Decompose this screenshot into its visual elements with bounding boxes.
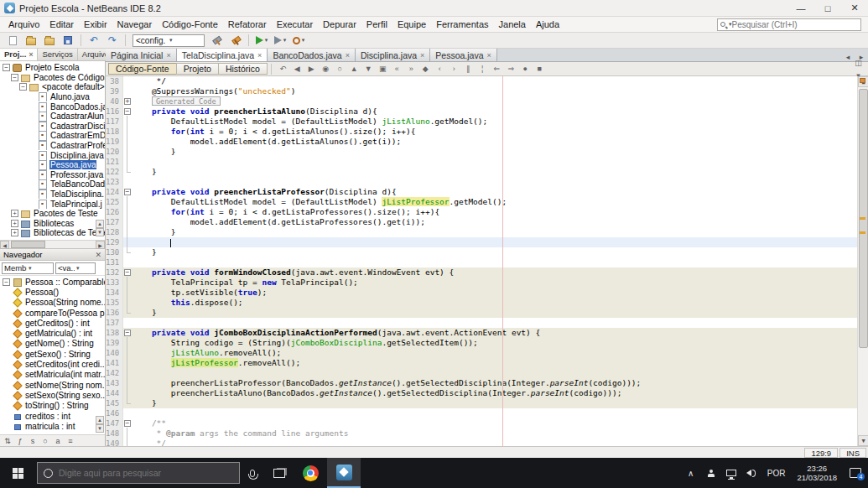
fold-expand-icon[interactable]: + <box>124 98 131 105</box>
scroll-left-icon[interactable]: ◀ <box>0 241 9 249</box>
next-error-icon[interactable]: › <box>447 63 461 75</box>
line-number[interactable]: 136 <box>106 308 123 318</box>
hscroll-thumb[interactable] <box>11 241 45 248</box>
next-bookmark-icon[interactable]: » <box>404 63 418 75</box>
code-text[interactable]: tp.setVisible(true); <box>133 288 868 298</box>
last-edit-icon[interactable]: ↶ <box>276 63 290 75</box>
menu-item-equipe[interactable]: Equipe <box>392 18 431 32</box>
tree-item-pessoa-java[interactable]: Pessoa.java <box>0 160 105 170</box>
toggle-bookmark-icon[interactable]: ◆ <box>418 63 433 75</box>
navigator-item-getcreditos-int[interactable]: getCreditos() : int <box>0 318 105 328</box>
code-text[interactable]: @SuppressWarnings("unchecked") <box>133 86 868 96</box>
navigator-item-pessoa-comparable[interactable]: −Pessoa :: Comparable... <box>0 277 105 287</box>
tab-close-icon[interactable]: × <box>29 50 33 59</box>
fold-collapse-icon[interactable]: − <box>124 420 131 427</box>
build-project-button[interactable] <box>208 34 226 48</box>
line-number[interactable]: 117 <box>106 117 123 127</box>
tree-item-aluno-java[interactable]: Aluno.java <box>0 92 105 102</box>
code-text[interactable] <box>133 157 868 167</box>
tab-close-icon[interactable]: × <box>166 51 170 60</box>
line-number[interactable]: 128 <box>106 227 123 237</box>
tree-item-telabancodad[interactable]: TelaBancoDad <box>0 179 105 189</box>
start-button[interactable] <box>0 458 35 488</box>
tree-toggle-icon[interactable]: − <box>3 64 10 71</box>
close-button[interactable]: ✕ <box>841 0 868 16</box>
tab-close-icon[interactable]: × <box>420 51 424 60</box>
code-text[interactable]: * @param args the command line arguments <box>133 428 868 439</box>
shift-left-icon[interactable]: ⇐ <box>490 63 504 75</box>
code-text[interactable]: */ <box>133 439 868 446</box>
navigator-item-creditos-int[interactable]: creditos : int <box>0 411 105 421</box>
code-text[interactable]: preencherListaProfessor(BancoDados.getIn… <box>133 378 868 388</box>
code-text[interactable]: DefaultListModel model = (DefaultListMod… <box>133 197 868 207</box>
scroll-up-icon[interactable]: ▲ <box>96 220 104 228</box>
code-text[interactable]: for(int i = 0; i < d.getListaAlunos().si… <box>133 127 868 137</box>
tree-item-cadastraremdi[interactable]: CadastrarEmDi <box>0 131 105 141</box>
fold-collapse-icon[interactable]: − <box>124 189 131 195</box>
navigator-item-tostring-string[interactable]: toString() : String <box>0 401 105 411</box>
sort-alpha-icon[interactable]: a <box>52 436 64 446</box>
tree-toggle-icon[interactable]: + <box>11 220 18 227</box>
line-number[interactable]: 121 <box>106 157 123 167</box>
scroll-up-icon[interactable]: ▲ <box>96 416 104 424</box>
navigator-item-setnome-string-nom[interactable]: setNome(String nom... <box>0 380 105 390</box>
language-indicator[interactable]: POR <box>761 469 792 478</box>
tree-toggle-icon[interactable]: + <box>11 229 18 236</box>
line-number[interactable]: 124 <box>106 187 123 197</box>
scroll-down-icon[interactable]: ▼ <box>858 435 868 446</box>
save-all-button[interactable] <box>59 34 77 48</box>
code-text[interactable]: } <box>133 167 868 177</box>
tree-toggle-icon[interactable]: − <box>19 83 27 91</box>
incremental-search-icon[interactable]: ○ <box>333 63 347 75</box>
open-project-button[interactable] <box>40 34 59 48</box>
split-document-icon[interactable]: ◫ <box>851 56 865 69</box>
code-text[interactable] <box>133 318 868 328</box>
code-text[interactable] <box>133 257 868 267</box>
netbeans-taskbar-button[interactable] <box>327 458 361 488</box>
next-occurrence-icon[interactable]: ▼ <box>361 63 376 75</box>
line-number[interactable]: 119 <box>106 137 123 147</box>
line-number[interactable]: 142 <box>106 368 123 378</box>
line-number[interactable]: 148 <box>106 428 123 439</box>
taskbar-search-box[interactable] <box>37 462 240 484</box>
line-number[interactable]: 139 <box>106 338 123 348</box>
menu-item-editar[interactable]: Editar <box>44 18 79 32</box>
code-text[interactable]: jListAluno.removeAll(); <box>133 348 868 358</box>
menu-item-arquivo[interactable]: Arquivo <box>3 18 44 32</box>
ide-search-input[interactable] <box>732 20 858 29</box>
hidden-icons-button[interactable]: ∧ <box>681 458 701 488</box>
previous-error-icon[interactable]: ‹ <box>433 63 447 75</box>
people-button[interactable] <box>701 458 721 488</box>
menu-item-executar[interactable]: Executar <box>272 18 318 32</box>
code-text[interactable]: private void jComboBoxDisciplinaActionPe… <box>133 328 868 338</box>
code-text[interactable] <box>133 368 868 378</box>
show-inherited-icon[interactable]: ⇅ <box>2 436 13 446</box>
editor-vscroll[interactable]: ▲ ▼ <box>857 76 868 446</box>
navigator-item-getnome-string[interactable]: getNome() : String <box>0 339 105 349</box>
toggle-highlight-icon[interactable]: ▣ <box>376 63 390 75</box>
code-text[interactable]: private void preencherListaAluno(Discipl… <box>133 106 868 117</box>
tree-item-cadastraralun[interactable]: CadastrarAlun <box>0 112 105 122</box>
previous-bookmark-icon[interactable]: « <box>390 63 404 75</box>
chrome-taskbar-button[interactable] <box>294 458 327 488</box>
line-number[interactable]: 125 <box>106 197 123 207</box>
menu-item-perfil[interactable]: Perfil <box>361 18 392 32</box>
navigator-item-matricula-int[interactable]: matricula : int <box>0 421 105 431</box>
error-stripe-mark[interactable] <box>860 231 865 234</box>
undo-button[interactable]: ↶ <box>85 34 103 48</box>
code-text[interactable]: String codigo = (String)(jComboBoxDiscip… <box>133 338 868 348</box>
line-number[interactable]: 120 <box>106 147 123 157</box>
line-number[interactable]: 149 <box>106 439 123 446</box>
code-text[interactable]: private void formWindowClosed(java.awt.e… <box>133 267 868 278</box>
code-text[interactable]: */ <box>133 76 868 86</box>
tree-toggle-icon[interactable]: + <box>11 210 18 217</box>
new-file-button[interactable] <box>3 34 22 48</box>
line-number[interactable]: 147 <box>106 418 123 428</box>
fold-collapse-icon[interactable]: − <box>124 269 131 276</box>
code-text[interactable] <box>133 408 868 418</box>
fold-collapse-icon[interactable]: − <box>124 108 131 115</box>
macro-record-icon[interactable]: ● <box>518 63 533 75</box>
line-number[interactable]: 144 <box>106 388 123 398</box>
view-tab-histo-rico[interactable]: Histórico <box>218 63 268 75</box>
redo-button[interactable]: ↷ <box>103 34 122 48</box>
